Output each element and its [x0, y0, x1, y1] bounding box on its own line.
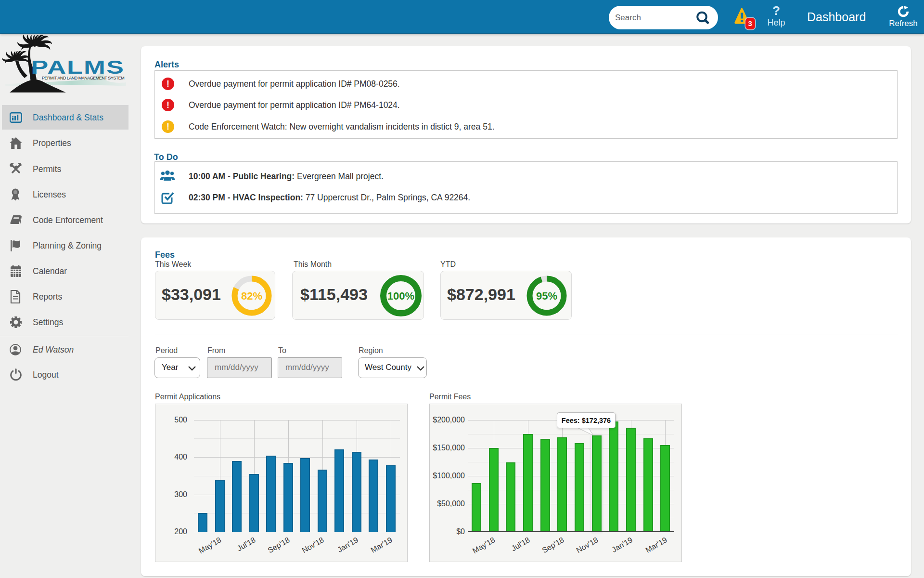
svg-text:100%: 100% [387, 290, 414, 302]
svg-text:82%: 82% [241, 290, 262, 302]
svg-text:PALMS: PALMS [31, 56, 125, 78]
svg-text:95%: 95% [536, 290, 557, 302]
svg-text:PERMIT AND LAND MANAGEMENT SYS: PERMIT AND LAND MANAGEMENT SYSTEM [42, 76, 124, 80]
